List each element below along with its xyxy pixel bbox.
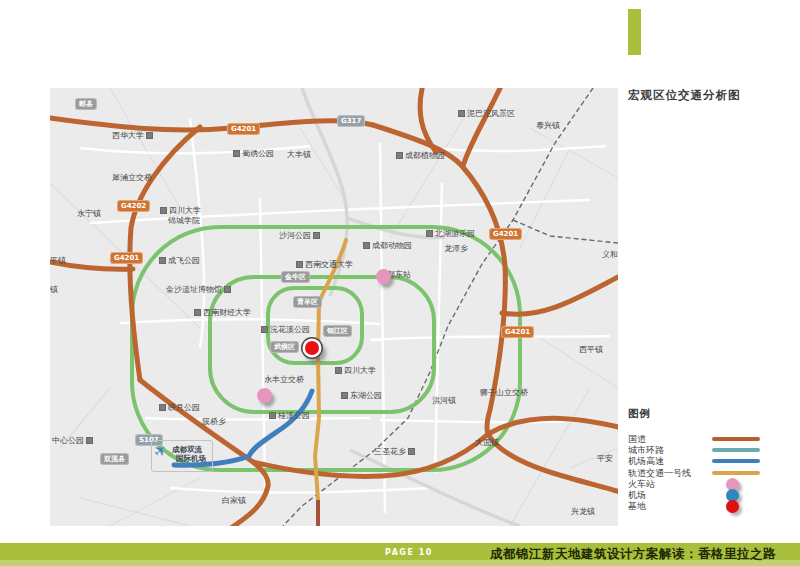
map-label: 四川大学 [160,206,201,215]
map-label: 西南交通大学 [296,260,353,269]
legend-item-jichanggaosu: 机场高速 [628,456,762,467]
map-label: 成都植物园 [396,151,445,160]
site-swatch [726,500,739,513]
map-label: 大丰镇 [287,150,311,159]
legend-item-airport: 机场 [628,490,762,501]
map-label: 三圣花乡 [374,447,415,456]
legend-label: 轨道交通一号线 [628,468,691,478]
map-label: 龙潭乡 [444,244,468,253]
legend-label: 机场 [628,490,646,500]
map-label: 泰兴镇 [536,121,560,130]
metro-line-swatch [712,471,760,475]
page-number: PAGE 10 [385,548,433,557]
road-badge: G4201 [502,327,533,337]
map-label: 平安 [597,454,613,463]
ring-road-swatch [712,448,760,452]
legend-label: 火车站 [628,479,655,489]
map-label: 狮子山立交桥 [480,388,528,397]
legend-item-huanlu: 城市环路 [628,445,762,456]
map-label: 四川大学 [335,366,376,375]
district-badge: 武侯区 [271,342,298,352]
legend-label: 国道 [628,434,646,444]
map-label: 永宁镇 [77,209,101,218]
legend-item-site: 基地 [628,501,762,512]
district-badge: 郫县 [76,99,96,109]
map-label: 映月公园 [159,403,200,412]
road-badge: G4201 [228,124,259,134]
map-label: 桂溪公园 [269,411,310,420]
national-roads [50,88,618,526]
map-label: 大面镇 [475,438,499,447]
legend-label: 城市环路 [628,445,664,455]
map-label: 北湖游乐园 [426,229,475,238]
map-label: 沙河公园 [279,231,320,240]
footer-sheen [0,560,800,566]
district-badge: 锦江区 [324,326,351,336]
train-station-dot [257,388,272,403]
map-label: 镇 [50,285,58,294]
page-title: 宏观区位交通分析图 [628,88,741,103]
legend-label: 机场高速 [628,456,664,466]
site-marker-dot [305,341,319,355]
map-label: 兴龙镇 [571,507,595,516]
train-station-dot [376,269,391,284]
legend-item-guodao: 国道 [628,434,762,445]
road-badge: G4201 [111,253,142,263]
map-label: 金沙遗址博物馆 [166,285,231,294]
map-label: 平镇 [50,256,66,265]
map-roads-canvas [50,88,618,526]
map-label: 浣花溪公园 [261,325,310,334]
map-label: 成飞公园 [159,256,200,265]
legend-heading: 图例 [628,407,762,421]
map-label: 东湖公园 [341,391,382,400]
legend-item-station: 火车站 [628,479,762,490]
airport-label-line1: 成都双流 [172,445,202,454]
map-label: 西华大学 [112,131,153,140]
map-label: 成都动物园 [363,241,412,250]
legend-item-metro: 轨道交通一号线 [628,468,762,479]
minor-roads [50,88,618,526]
traffic-analysis-map: 西华大学 蜀绣公园 大丰镇 犀浦立交桥 永宁镇 四川大学 锦城学院 沙河公园 成… [50,88,618,526]
footer-bar: PAGE 10 成都锦江新天地建筑设计方案解读：香格里拉之路 [0,543,800,566]
district-badge: 双流县 [101,454,128,464]
map-label: 西南财经大学 [194,308,251,317]
map-label: 义和乡 [602,250,618,259]
airport-expressway-swatch [712,459,760,463]
map-label: 簇桥乡 [202,417,226,426]
road-badge: G317 [338,116,364,126]
road-badge: G4202 [118,201,149,211]
district-badge: 金牛区 [282,272,309,282]
map-label: 泥巴沱风景区 [458,109,515,118]
slide-page: { "header": { "title": "宏观区位交通分析图" }, "a… [0,0,800,566]
national-road-swatch [712,437,760,441]
map-label: 西平镇 [579,345,603,354]
map-label: 洪河镇 [432,396,456,405]
legend-label: 基地 [628,501,646,511]
accent-bar [628,9,641,55]
map-label: 永丰立交桥 [264,375,304,384]
map-label: 锦城学院 [168,216,200,225]
map-label: 白家镇 [222,496,246,505]
road-badge: G4201 [490,229,521,239]
map-label: 中心公园 [52,436,93,445]
legend-panel: 图例 国道 城市环路 机场高速 轨道交通一号线 火车站 机场 基地 [628,407,762,512]
map-label: 蜀绣公园 [233,149,274,158]
district-badge: 青羊区 [294,297,321,307]
airport-label-line2: 国际机场 [176,454,206,463]
map-label: 犀浦立交桥 [112,173,152,182]
